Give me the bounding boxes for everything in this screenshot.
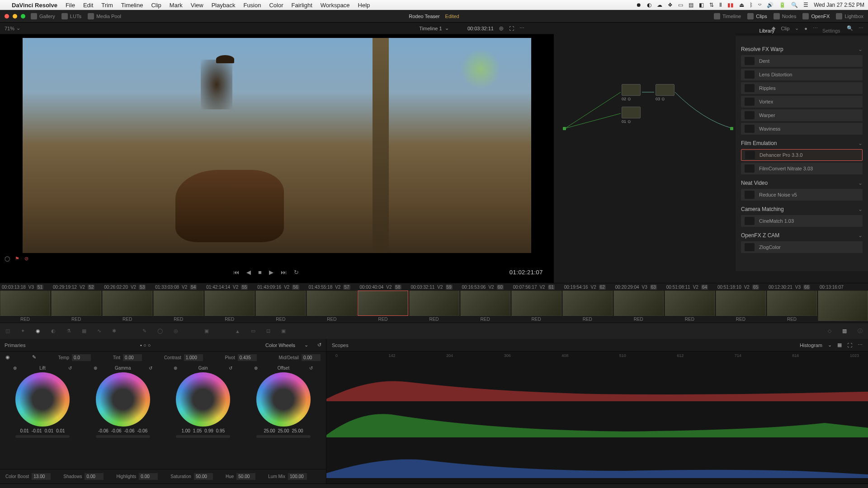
clips-button[interactable]: Clips xyxy=(747,13,767,19)
options-icon[interactable]: ⋯ xyxy=(519,25,524,31)
library-item[interactable]: CineMatch 1.03 xyxy=(741,215,863,227)
clip-thumbnail[interactable]: 00:51:18:10V265RED xyxy=(716,283,766,323)
3d-icon[interactable]: ▣ xyxy=(281,328,286,334)
wheel-control[interactable] xyxy=(176,372,230,427)
tray-icon[interactable]: ⇅ xyxy=(709,2,714,8)
viewer-zoom[interactable]: 71%⌄ xyxy=(5,25,20,31)
master-slider[interactable] xyxy=(256,435,311,438)
menu-help[interactable]: Help xyxy=(358,2,370,9)
clip-thumbnail[interactable]: 00:51:08:11V264RED xyxy=(665,283,715,323)
color-picker-icon[interactable]: ◯ xyxy=(5,256,10,261)
tray-icon[interactable]: ❖ xyxy=(668,2,673,8)
library-category[interactable]: Film Emulation xyxy=(741,140,863,146)
tab-settings[interactable]: Settings xyxy=(799,25,864,37)
ymode-icon[interactable]: ⊕ xyxy=(174,366,177,371)
qualifier-icon[interactable]: ✦ xyxy=(21,328,25,334)
mediapool-button[interactable]: Media Pool xyxy=(88,13,121,19)
contrast-field[interactable]: Contrast xyxy=(164,354,203,361)
menu-fairlight[interactable]: Fairlight xyxy=(292,2,312,9)
minimize-icon[interactable] xyxy=(13,14,17,19)
node-output[interactable] xyxy=(730,127,733,130)
hdr-icon[interactable]: ◐ xyxy=(51,328,56,334)
options-icon[interactable]: ⋯ xyxy=(858,342,863,348)
clip-thumbnail[interactable]: 00:20:29:04V363RED xyxy=(613,283,664,323)
scopes-icon[interactable]: ▥ xyxy=(842,328,847,334)
bypass-icon[interactable]: ◎ xyxy=(499,25,504,31)
colorboost-field[interactable]: Color Boost xyxy=(5,473,51,480)
node-graph[interactable]: 02 ⊙03 ⊙01 ⊙ xyxy=(554,25,736,265)
nodes-button[interactable]: Nodes xyxy=(774,13,797,19)
clip-thumbnail[interactable]: 00:29:19:12V252RED xyxy=(51,283,101,323)
blur-icon[interactable]: ▲ xyxy=(235,328,240,334)
warper-icon[interactable]: ✱ xyxy=(112,328,116,334)
wifi-icon[interactable]: ⌔ xyxy=(758,2,761,8)
library-category[interactable]: Resolve FX Warp xyxy=(741,46,863,52)
reset-icon[interactable]: ↺ xyxy=(309,366,313,371)
library-category[interactable]: OpenFX Z CAM xyxy=(741,232,863,239)
clip-thumbnail[interactable]: 00:03:32:11V259RED xyxy=(409,283,459,323)
library-item[interactable]: Vortex xyxy=(741,96,863,108)
middetail-field[interactable]: Mid/Detail xyxy=(278,354,320,361)
wheel-control[interactable] xyxy=(15,372,70,427)
tint-field[interactable]: Tint xyxy=(113,354,142,361)
ymode-icon[interactable]: ⊕ xyxy=(13,366,17,371)
master-slider[interactable] xyxy=(176,435,230,438)
tray-icon[interactable]: ▮▮ xyxy=(727,2,734,8)
clip-thumbnail[interactable]: 00:12:30:21V366RED xyxy=(767,283,817,323)
bluetooth-icon[interactable]: ᛒ xyxy=(750,2,753,8)
timeline-name-dropdown[interactable]: Timeline 1⌄ xyxy=(419,25,448,31)
menu-workspace[interactable]: Workspace xyxy=(321,2,350,9)
color-wheel-gamma[interactable]: ⊕Gamma↺-0.06-0.06-0.06-0.06 xyxy=(87,366,159,438)
info-icon[interactable]: ⓘ xyxy=(858,328,863,334)
gallery-button[interactable]: Gallery xyxy=(31,13,55,19)
menu-playback[interactable]: Playback xyxy=(212,2,236,9)
viewer-canvas[interactable] xyxy=(23,38,531,253)
tray-icon[interactable]: ☁ xyxy=(657,2,662,8)
color-node[interactable] xyxy=(622,107,641,118)
play-button[interactable]: ▶ xyxy=(269,269,274,276)
tray-icon[interactable]: ⏏ xyxy=(739,2,744,8)
clip-thumbnail[interactable]: 00:03:13:18V351RED xyxy=(0,283,50,323)
wheel-values[interactable]: -0.06-0.06-0.06-0.06 xyxy=(98,428,147,433)
pivot-field[interactable]: Pivot xyxy=(225,354,256,361)
menu-mark[interactable]: Mark xyxy=(170,2,183,9)
scopes-expand-icon[interactable]: ⛶ xyxy=(847,343,852,348)
clip-thumbnail[interactable]: 01:33:03:08V254RED xyxy=(153,283,203,323)
menu-edit[interactable]: Edit xyxy=(83,2,93,9)
reset-icon[interactable]: ↺ xyxy=(68,366,72,371)
clip-thumbnail[interactable]: 01:43:55:18V257RED xyxy=(307,283,357,323)
openfx-button[interactable]: OpenFX xyxy=(802,13,830,19)
tray-icon[interactable]: Ⅱ xyxy=(719,2,722,8)
clip-thumbnail[interactable]: 00:07:56:17V261RED xyxy=(511,283,561,323)
stop-button[interactable]: ■ xyxy=(258,269,262,276)
library-category[interactable]: Neat Video xyxy=(741,180,863,186)
library-item[interactable]: Waviness xyxy=(741,123,863,135)
clip-thumbnail[interactable]: 00:19:54:16V262RED xyxy=(562,283,613,323)
color-wheel-gain[interactable]: ⊕Gain↺1.001.050.990.95 xyxy=(167,366,239,438)
unmute-icon[interactable]: ⊘ xyxy=(24,256,28,261)
picker-icon[interactable]: ◉ xyxy=(5,354,10,361)
tray-icon[interactable]: ◐ xyxy=(647,2,651,8)
wheel-control[interactable] xyxy=(96,372,150,427)
menu-fusion[interactable]: Fusion xyxy=(243,2,261,9)
controlcenter-icon[interactable]: ☰ xyxy=(803,2,808,8)
hue-field[interactable]: Hue xyxy=(226,473,255,480)
library-item[interactable]: FilmConvert Nitrate 3.03 xyxy=(741,163,863,174)
last-frame-button[interactable]: ⏭ xyxy=(281,269,287,276)
wheel-values[interactable]: 25.0025.0025.00 xyxy=(264,428,303,433)
lightbox-button[interactable]: Lightbox xyxy=(836,13,863,19)
first-frame-button[interactable]: ⏮ xyxy=(233,269,239,276)
tracker-icon[interactable]: ◎ xyxy=(174,328,178,334)
saturation-field[interactable]: Saturation xyxy=(170,473,213,480)
battery-icon[interactable]: 🔋 xyxy=(779,2,786,8)
curves-icon[interactable]: ◫ xyxy=(5,328,10,334)
clip-thumbnail[interactable]: 00:00:40:04V258RED xyxy=(358,283,408,323)
wheel-values[interactable]: 1.001.050.990.95 xyxy=(181,428,225,433)
spotlight-icon[interactable]: 🔍 xyxy=(791,2,798,8)
tray-icon[interactable]: ◧ xyxy=(699,2,704,8)
sizing-icon[interactable]: ⊡ xyxy=(266,328,270,334)
master-slider[interactable] xyxy=(96,435,150,438)
library-item[interactable]: Dent xyxy=(741,55,863,67)
menu-clip[interactable]: Clip xyxy=(151,2,161,9)
volume-icon[interactable]: 🔊 xyxy=(767,2,774,8)
